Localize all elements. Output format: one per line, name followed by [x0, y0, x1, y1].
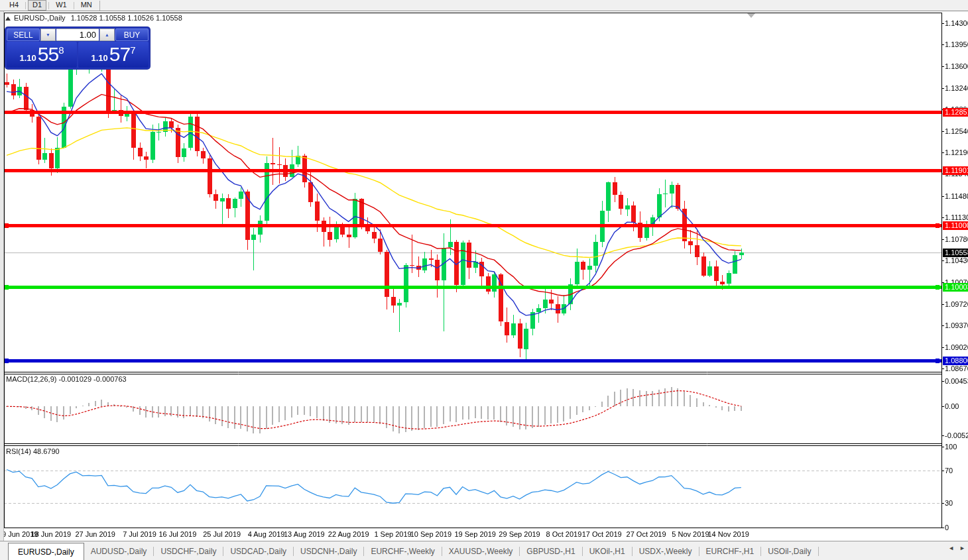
macd-axis-label: 0.00 [945, 402, 959, 410]
date-axis-label: 27 Oct 2019 [627, 530, 666, 538]
chart-tab-usdcnh-daily[interactable]: USDCNH-,Daily [294, 541, 363, 560]
price-level-flag: 1.11000 [943, 221, 968, 230]
toolbar-separator [48, 2, 49, 9]
tab-scroll-left-icon[interactable]: ◄ [948, 545, 954, 551]
chart-tab-bar: EURUSD-,DailyAUDUSD-,DailyUSDCHF-,DailyU… [0, 541, 968, 560]
volume-increase-button[interactable]: ▲ [99, 28, 115, 41]
chart-tab-usoil-daily[interactable]: USOil-,Daily [761, 541, 817, 560]
chart-tab-eurchf-weekly[interactable]: EURCHF-,Weekly [364, 541, 441, 560]
price-axis-label: 1.09020 [945, 343, 968, 351]
timeframe-button-w1[interactable]: W1 [51, 0, 72, 11]
chart-tab-eurusd-daily[interactable]: EURUSD-,Daily [8, 543, 84, 560]
buy-price-pip: 7 [130, 44, 135, 56]
toolbar-separator [25, 2, 26, 9]
date-axis-label: 1 Sep 2019 [374, 530, 411, 538]
macd-axis-label: 0.004536 [945, 377, 968, 385]
rsi-axis-label: 0 [945, 524, 949, 532]
price-axis-label: 1.10430 [945, 256, 968, 264]
date-axis-label: 27 Jun 2019 [75, 530, 115, 538]
rsi-axis-label: 30 [945, 499, 953, 507]
date-axis-label: 4 Aug 2019 [248, 530, 285, 538]
rsi-indicator-label: RSI(14) 48.6790 [6, 447, 60, 455]
price-axis-label: 1.14300 [945, 19, 968, 27]
chart-tab-usdx-weekly[interactable]: USDX-,Weekly [633, 541, 699, 560]
date-axis-label: 29 Sep 2019 [499, 530, 540, 538]
date-axis-label: 25 Jul 2019 [203, 530, 241, 538]
date-axis-label: 8 Oct 2019 [546, 530, 581, 538]
price-level-flag: 1.10003 [943, 283, 968, 292]
date-axis-label: 5 Nov 2019 [672, 530, 709, 538]
macd-indicator-label: MACD(12,26,9) -0.001029 -0.000763 [6, 375, 127, 383]
chart-tab-usdcad-daily[interactable]: USDCAD-,Daily [223, 541, 293, 560]
chart-tab-xauusd-weekly[interactable]: XAUUSD-,Weekly [442, 541, 519, 560]
price-level-flag: 1.12851 [943, 108, 968, 117]
one-click-trade-panel: SELL ▼ ▲ BUY 1.10 55 8 1.10 57 7 [5, 27, 150, 69]
scroll-to-end-icon[interactable] [747, 13, 755, 18]
price-axis-label: 1.13240 [945, 84, 968, 92]
sell-button[interactable]: SELL [7, 28, 40, 41]
timeframe-button-d1[interactable]: D1 [28, 0, 46, 11]
price-axis-label: 1.13600 [945, 62, 968, 70]
toolbar-group-separator [99, 1, 100, 11]
chart-tab-usdchf-daily[interactable]: USDCHF-,Daily [154, 541, 223, 560]
window-left-frame [0, 11, 4, 560]
buy-price-big: 57 [109, 43, 130, 66]
date-axis-label: 22 Aug 2019 [328, 530, 369, 538]
rsi-axis-label: 70 [945, 467, 953, 475]
date-axis-label: 13 Aug 2019 [284, 530, 325, 538]
date-axis-label: 18 Jun 2019 [31, 530, 72, 538]
toolbar-separator [74, 2, 74, 9]
chart-ohlc-values: 1.10528 1.10558 1.10526 1.10558 [71, 14, 182, 22]
price-level-flag: 1.08800 [943, 357, 968, 365]
date-axis-label: 7 Jul 2019 [123, 530, 156, 538]
timeframe-toolbar: H4D1W1MN [0, 0, 968, 11]
date-axis-label: 14 Nov 2019 [707, 530, 749, 538]
volume-decrease-button[interactable]: ▼ [40, 28, 56, 41]
price-axis-label: 1.09720 [945, 300, 968, 308]
buy-price-display[interactable]: 1.10 57 7 [78, 42, 149, 68]
chart-tab-eurchf-h1[interactable]: EURCHF-,H1 [699, 541, 761, 560]
price-chart-canvas[interactable] [0, 0, 968, 560]
chart-symbol-label: EURUSD-,Daily [14, 14, 66, 22]
price-axis-label: 1.12190 [945, 148, 968, 156]
tab-scroll-arrows: ◄ ► [948, 545, 965, 551]
price-axis-label: 1.08670 [945, 364, 968, 372]
macd-axis-label: -0.005205 [945, 431, 968, 439]
price-axis-label: 1.10780 [945, 235, 968, 243]
chart-tab-ukoil-h1[interactable]: UKOil-,H1 [583, 541, 632, 560]
date-axis-label: 17 Oct 2019 [582, 530, 622, 538]
buy-button[interactable]: BUY [115, 28, 149, 41]
price-axis-label: 1.09370 [945, 321, 968, 329]
date-axis-label: 16 Jul 2019 [158, 530, 196, 538]
price-level-flag: 1.11901 [943, 166, 968, 175]
volume-input[interactable] [56, 28, 99, 41]
sell-price-prefix: 1.10 [19, 53, 36, 63]
tab-scroll-right-icon[interactable]: ► [959, 545, 965, 551]
tab-separator [818, 547, 819, 556]
date-axis-label: 19 Sep 2019 [454, 530, 495, 538]
price-axis-label: 1.11480 [945, 192, 968, 200]
sell-price-display[interactable]: 1.10 55 8 [7, 42, 77, 68]
chart-tab-gbpusd-h1[interactable]: GBPUSD-,H1 [520, 541, 581, 560]
date-axis-label: 10 Sep 2019 [410, 530, 452, 538]
timeframe-button-h4[interactable]: H4 [5, 0, 23, 11]
collapse-panel-icon[interactable] [5, 17, 11, 21]
chart-info-line: EURUSD-,Daily1.10528 1.10558 1.10526 1.1… [5, 14, 182, 22]
sell-price-pip: 8 [58, 44, 64, 56]
sell-price-big: 55 [38, 43, 58, 66]
timeframe-button-mn[interactable]: MN [76, 0, 97, 11]
price-axis-label: 1.11130 [945, 213, 968, 221]
price-axis-label: 1.13950 [945, 40, 968, 48]
price-axis-label: 1.12540 [945, 127, 968, 135]
rsi-axis-label: 100 [945, 443, 957, 451]
buy-price-prefix: 1.10 [91, 53, 107, 63]
current-price-flag: 1.10558 [943, 249, 968, 257]
chart-tab-audusd-daily[interactable]: AUDUSD-,Daily [84, 541, 154, 560]
trading-platform-window: H4D1W1MN EURUSD-,Daily1.10528 1.10558 1.… [0, 0, 968, 560]
